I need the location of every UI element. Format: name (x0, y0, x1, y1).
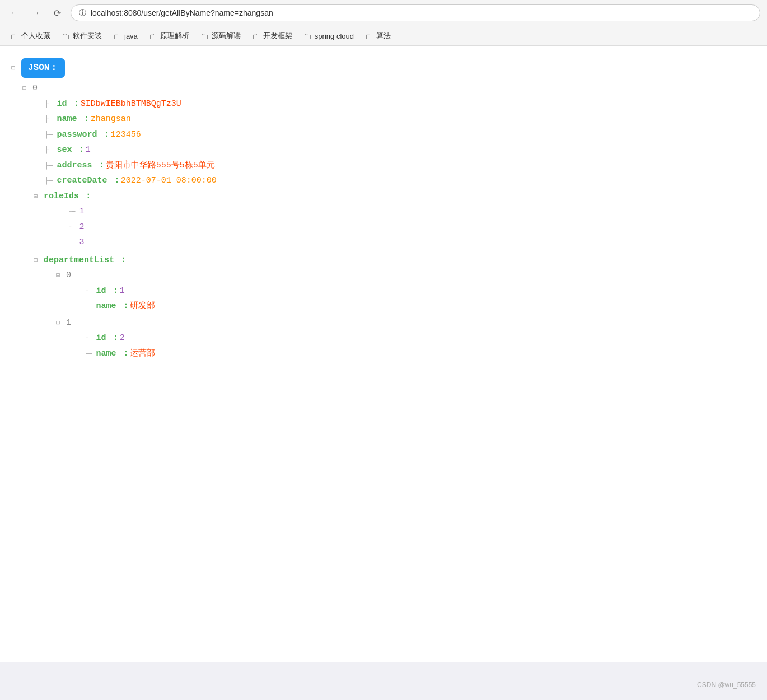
folder-icon: 🗀 (113, 31, 121, 41)
dept1-name-key: name ： (96, 347, 130, 361)
bookmark-label: 原理解析 (160, 31, 189, 41)
bookmark-bm-java[interactable]: 🗀java (109, 30, 142, 43)
roleids-collapse[interactable]: ⊟ (34, 191, 44, 202)
roleids-key: roleIds ： (44, 189, 92, 204)
bookmark-label: 开发框架 (263, 31, 292, 41)
sex-key: sex ： (57, 143, 86, 157)
address-key: address ： (57, 158, 106, 173)
roleid2-tree-line: ├─ (67, 222, 79, 233)
dept1-id-tree: ├─ (84, 333, 96, 344)
dept0-name-tree: └─ (84, 301, 96, 312)
dept1-name-value: 运营部 (130, 347, 155, 361)
bookmark-bm-devframe[interactable]: 🗀开发框架 (247, 29, 297, 43)
address-bar: ⓘ (71, 4, 760, 21)
index0-label: 0 (32, 81, 38, 96)
address-row: ├─ address ： 贵阳市中华路555号5栋5单元 (11, 158, 756, 174)
roleid-1-row: ├─ 1 (11, 204, 756, 220)
id-tree-line: ├─ (45, 99, 57, 110)
back-button[interactable]: ← (7, 5, 22, 21)
bookmark-label: 软件安装 (73, 31, 102, 41)
watermark: CSDN @wu_55555 (697, 681, 756, 689)
bookmark-bm-algo[interactable]: 🗀算法 (361, 29, 395, 43)
deptlist-header-row: ⊟ departmentList ： (11, 253, 756, 268)
folder-icon: 🗀 (10, 31, 18, 41)
folder-icon: 🗀 (303, 31, 312, 41)
password-key: password ： (57, 128, 111, 142)
name-tree-line: ├─ (45, 114, 57, 125)
folder-icon: 🗀 (62, 31, 70, 41)
bookmark-bm-personal[interactable]: 🗀个人收藏 (6, 29, 55, 43)
dept1-name-row: └─ name ： 运营部 (11, 346, 756, 362)
dept1-id-value: 2 (120, 331, 125, 346)
dept1-name-tree: └─ (84, 348, 96, 360)
id-key: id ： (57, 97, 81, 111)
dept0-name-value: 研发部 (130, 299, 155, 314)
user-name-row: ├─ name ： zhangsan (11, 111, 756, 127)
dept1-id-row: ├─ id ： 2 (11, 330, 756, 346)
browser-chrome: ← → ⟳ ⓘ 🗀个人收藏🗀软件安装🗀java🗀原理解析🗀源码解读🗀开发框架🗀s… (0, 0, 767, 46)
dept0-name-row: └─ name ： 研发部 (11, 298, 756, 314)
dept1-id-key: id ： (96, 331, 120, 346)
deptlist-collapse[interactable]: ⊟ (34, 255, 44, 266)
sex-value: 1 (86, 143, 91, 157)
forward-button[interactable]: → (28, 5, 44, 21)
roleids-header-row: ⊟ roleIds ： (11, 189, 756, 204)
page-content: ⊟ JSON： ⊟ 0 ├─ id ： SIDbwIEBbhBTMBQgTz3U… (0, 46, 767, 662)
password-value: 123456 (111, 128, 141, 142)
bookmarks-bar: 🗀个人收藏🗀软件安装🗀java🗀原理解析🗀源码解读🗀开发框架🗀spring cl… (0, 26, 767, 46)
roleid-3-value: 3 (79, 235, 85, 250)
index0-collapse[interactable]: ⊟ (22, 83, 32, 94)
bookmark-label: spring cloud (315, 32, 354, 40)
id-value: SIDbwIEBbhBTMBQgTz3U (81, 97, 181, 111)
deptlist-key: departmentList ： (44, 253, 128, 268)
roleid-2-row: ├─ 2 (11, 220, 756, 235)
bookmark-bm-springcloud[interactable]: 🗀spring cloud (299, 30, 358, 43)
folder-icon: 🗀 (200, 31, 209, 41)
roleid-3-row: └─ 3 (11, 235, 756, 250)
dept0-id-tree: ├─ (84, 286, 96, 297)
name-value: zhangsan (91, 112, 131, 127)
security-icon: ⓘ (79, 8, 86, 18)
roleid1-tree-line: ├─ (67, 206, 79, 217)
dept1-header-row: ⊟ 1 (11, 315, 756, 331)
roleid3-tree-line: └─ (67, 237, 79, 248)
array-index-0-row: ⊟ 0 (11, 81, 756, 96)
dept0-id-value: 1 (120, 284, 125, 298)
dept0-header-row: ⊟ 0 (11, 268, 756, 283)
sex-row: ├─ sex ： 1 (11, 142, 756, 158)
createdate-tree-line: ├─ (45, 175, 57, 186)
password-row: ├─ password ： 123456 (11, 127, 756, 143)
roleid-1-value: 1 (79, 204, 85, 219)
folder-icon: 🗀 (252, 31, 260, 41)
json-viewer: ⊟ JSON： ⊟ 0 ├─ id ： SIDbwIEBbhBTMBQgTz3U… (11, 58, 756, 361)
bookmark-label: 个人收藏 (21, 31, 50, 41)
bookmark-bm-source[interactable]: 🗀源码解读 (196, 29, 245, 43)
address-value: 贵阳市中华路555号5栋5单元 (106, 158, 215, 173)
password-tree-line: ├─ (45, 129, 57, 141)
user-id-row: ├─ id ： SIDbwIEBbhBTMBQgTz3U (11, 96, 756, 112)
sex-tree-line: ├─ (45, 144, 57, 156)
json-badge: JSON： (21, 58, 65, 78)
createdate-value: 2022-07-01 08:00:00 (121, 174, 217, 188)
bookmark-label: java (124, 32, 138, 40)
dept0-collapse[interactable]: ⊟ (56, 270, 66, 281)
folder-icon: 🗀 (149, 31, 157, 41)
dept0-name-key: name ： (96, 299, 130, 314)
roleid-2-value: 2 (79, 220, 85, 235)
bookmark-label: 源码解读 (212, 31, 241, 41)
name-key: name ： (57, 112, 91, 127)
dept1-index: 1 (66, 316, 71, 330)
url-input[interactable] (91, 8, 752, 17)
dept0-id-row: ├─ id ： 1 (11, 283, 756, 299)
json-root-row: ⊟ JSON： (11, 58, 756, 78)
reload-button[interactable]: ⟳ (49, 5, 65, 21)
createdate-key: createDate ： (57, 174, 121, 188)
dept0-id-key: id ： (96, 284, 120, 298)
bookmark-bm-software[interactable]: 🗀软件安装 (57, 29, 106, 43)
dept1-collapse[interactable]: ⊟ (56, 318, 66, 329)
bookmark-bm-principles[interactable]: 🗀原理解析 (144, 29, 194, 43)
folder-icon: 🗀 (365, 31, 373, 41)
bookmark-label: 算法 (376, 31, 391, 41)
browser-toolbar: ← → ⟳ ⓘ (0, 0, 767, 26)
root-collapse-prefix[interactable]: ⊟ (11, 63, 21, 74)
